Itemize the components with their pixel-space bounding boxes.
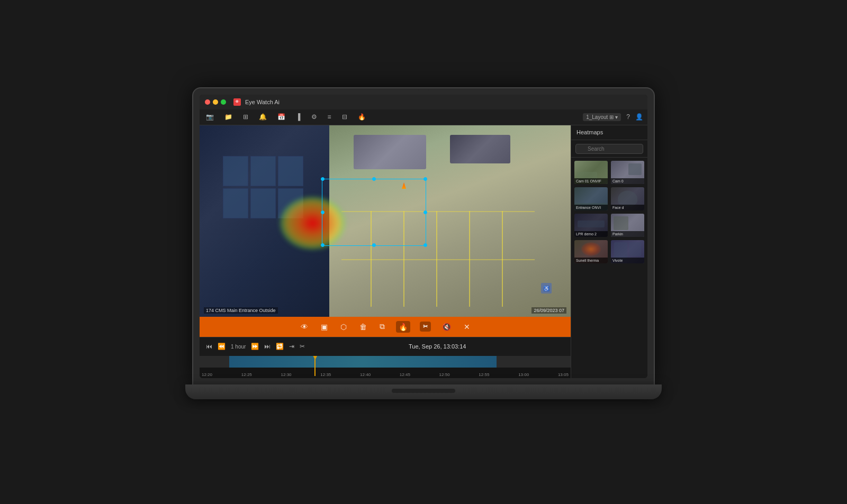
traffic-lights	[205, 99, 226, 105]
chevron-down-icon: ▾	[615, 114, 618, 120]
close-tool-icon[interactable]: ✕	[462, 321, 472, 333]
layout-label: 1_Layout	[586, 114, 608, 120]
list-icon[interactable]: ≡	[326, 112, 334, 122]
timeline-mark-1235: 12:35	[320, 372, 331, 377]
title-bar: 👁 Eye Watch Ai	[200, 95, 647, 109]
playback-time: Tue, Sep 26, 13:03:14	[310, 343, 564, 350]
timeline-playhead[interactable]	[314, 356, 316, 376]
app-title: Eye Watch Ai	[245, 99, 280, 105]
flame-icon[interactable]: 🔥	[356, 112, 368, 122]
timeline-mark-1245: 12:45	[400, 372, 410, 377]
timeline-mark-1220: 12:20	[202, 372, 212, 377]
panel-header: Heatmaps	[571, 125, 647, 140]
scissors-tool-icon[interactable]: ✂	[420, 322, 431, 332]
speed-label: 1 hour	[231, 344, 246, 350]
grid-icon[interactable]: ⊞	[241, 112, 250, 122]
trim-icon[interactable]: ⇥	[289, 343, 294, 350]
bell-icon[interactable]: 🔔	[257, 112, 269, 122]
vivote-label: Vivote	[611, 258, 644, 263]
perspective-icon[interactable]: ⬡	[339, 321, 348, 333]
grid-large-icon[interactable]: ⊟	[340, 112, 349, 122]
laptop-notch	[418, 88, 429, 91]
help-icon[interactable]: ?	[626, 113, 630, 121]
camera-label: 174 CMS Main Entrance Outside	[204, 307, 278, 314]
timeline-mark-1305: 13:05	[558, 372, 569, 377]
timeline[interactable]: 12:20 12:25 12:30 12:35 12:40 12:45 12:5…	[200, 356, 571, 378]
search-bar: 🔍	[571, 140, 647, 158]
maximize-button[interactable]	[221, 99, 226, 105]
user-icon[interactable]: 👤	[635, 113, 643, 121]
parking-label: Parkin	[611, 231, 644, 237]
laptop-screen-inner: 👁 Eye Watch Ai 📷 📁 ⊞ 🔔 📅 ▐ ⚙ ≡ ⊟ 🔥	[200, 95, 647, 378]
laptop-wrapper: 👁 Eye Watch Ai 📷 📁 ⊞ 🔔 📅 ▐ ⚙ ≡ ⊟ 🔥	[185, 88, 662, 416]
calendar-icon[interactable]: 📅	[275, 112, 287, 122]
toggle-icon[interactable]: ⚙	[309, 112, 319, 122]
rewind-icon[interactable]: ⏪	[218, 343, 226, 350]
video-feed[interactable]: ♿	[200, 125, 571, 317]
camera-thumb-face[interactable]: Face d	[611, 187, 644, 210]
timeline-active-range	[229, 356, 497, 368]
laptop-screen-outer: 👁 Eye Watch Ai 📷 📁 ⊞ 🔔 📅 ▐ ⚙ ≡ ⊟ 🔥	[193, 88, 654, 384]
camera-thumb-cam01[interactable]: Cam 01 ONVIF	[574, 161, 608, 184]
main-content: ♿	[200, 125, 647, 378]
toolbar: 📷 📁 ⊞ 🔔 📅 ▐ ⚙ ≡ ⊟ 🔥 1_Layout ⊞	[200, 109, 647, 125]
timeline-mark-1250: 12:50	[439, 372, 450, 377]
search-wrapper: 🔍	[575, 143, 643, 154]
camera-timestamp: 26/09/2023 07	[531, 307, 566, 314]
skip-start-icon[interactable]: ⏮	[206, 343, 212, 350]
folder-icon[interactable]: 📁	[222, 112, 235, 122]
timeline-labels: 12:20 12:25 12:30 12:35 12:40 12:45 12:5…	[200, 372, 571, 377]
flame-tool-icon[interactable]: 🔥	[396, 321, 410, 333]
timeline-mark-1240: 12:40	[360, 372, 371, 377]
timeline-mark-1230: 12:30	[281, 372, 292, 377]
thermal-label: Sunell therma	[574, 258, 608, 263]
timeline-mark-1225: 12:25	[241, 372, 252, 377]
close-button[interactable]	[205, 99, 210, 105]
video-toolbar: 👁 ▣ ⬡ 🗑 ⧉ 🔥 ✂ 🔇 ✕	[200, 317, 571, 337]
lpr-label: LPR demo 2	[574, 231, 608, 237]
fast-forward-icon[interactable]: ⏩	[251, 343, 259, 350]
crop-icon[interactable]: ▣	[319, 321, 329, 333]
face-label: Face d	[611, 205, 644, 210]
parking-lot: ♿	[329, 125, 571, 317]
layout-button[interactable]: 1_Layout ⊞ ▾	[583, 113, 621, 121]
camera-thumb-cam02[interactable]: Cam 0	[611, 161, 644, 184]
step-forward-icon[interactable]: ⏭	[264, 343, 271, 350]
video-section: ♿	[200, 125, 571, 378]
eye-tool-icon[interactable]: 👁	[299, 321, 310, 333]
delete-icon[interactable]: 🗑	[358, 321, 368, 333]
toolbar-right: 1_Layout ⊞ ▾ ? 👤	[583, 113, 643, 121]
app-logo: 👁	[233, 98, 241, 106]
camera-thumb-vivote[interactable]: Vivote	[611, 240, 644, 263]
camera-thumb-entrance[interactable]: Entrance ONVI	[574, 187, 608, 210]
right-panel: Heatmaps 🔍	[571, 125, 647, 378]
copy-icon[interactable]: ⧉	[378, 320, 386, 333]
camera-grid: Cam 01 ONVIF Cam 0	[571, 158, 647, 378]
minimize-button[interactable]	[213, 99, 218, 105]
camera-thumb-lpr[interactable]: LPR demo 2	[574, 214, 608, 237]
camera-thumb-parking[interactable]: Parkin	[611, 214, 644, 237]
search-input[interactable]	[575, 144, 643, 154]
loop-icon[interactable]: 🔁	[276, 343, 284, 350]
panel-title: Heatmaps	[576, 129, 603, 135]
bar-chart-icon[interactable]: ▐	[294, 112, 303, 122]
building-element	[200, 125, 340, 317]
camera-icon[interactable]: 📷	[204, 112, 216, 122]
entrance-label: Entrance ONVI	[574, 205, 608, 210]
video-background: ♿	[200, 125, 571, 317]
cut-icon[interactable]: ✂	[300, 343, 305, 350]
timeline-mark-1255: 12:55	[479, 372, 489, 377]
playback-bar: ⏮ ⏪ 1 hour ⏩ ⏭ 🔁 ⇥ ✂ Tue, Sep 26, 13:03:…	[200, 337, 571, 356]
grid-view-icon: ⊞	[609, 114, 614, 120]
laptop-base	[185, 384, 662, 399]
timeline-mark-1300: 13:00	[518, 372, 529, 377]
mute-icon[interactable]: 🔇	[440, 321, 453, 333]
camera-thumb-thermal[interactable]: Sunell therma	[574, 240, 608, 263]
app-container: 👁 Eye Watch Ai 📷 📁 ⊞ 🔔 📅 ▐ ⚙ ≡ ⊟ 🔥	[200, 95, 647, 378]
cam01-label: Cam 01 ONVIF	[574, 178, 608, 184]
cam02-label: Cam 0	[611, 178, 644, 184]
